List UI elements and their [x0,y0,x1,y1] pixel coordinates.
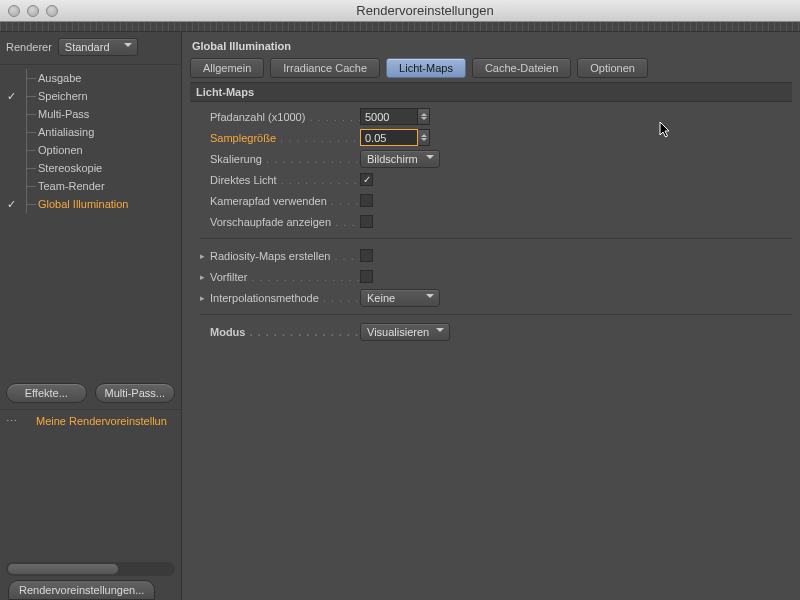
tab-allgemein[interactable]: Allgemein [190,58,264,78]
subsection-header: Licht-Maps [190,82,792,102]
tab-optionen[interactable]: Optionen [577,58,648,78]
param-label-skalierung: Skalierung [210,153,360,165]
close-window-button[interactable] [8,5,20,17]
interpolation-dropdown[interactable]: Keine [360,289,440,307]
interpolation-value: Keine [367,292,395,304]
param-label-samplegroesse: Samplegröße [210,132,360,144]
kamerapfad-checkbox[interactable] [360,194,373,207]
tab-bar: Allgemein Irradiance Cache Licht-Maps Ca… [190,58,792,78]
toolbar-ruler [0,22,800,32]
scrollbar-thumb[interactable] [8,564,118,574]
tab-irradiance-cache[interactable]: Irradiance Cache [270,58,380,78]
window-titlebar: Rendervoreinstellungen [0,0,800,22]
tree-item-ausgabe[interactable]: Ausgabe [0,69,181,87]
panel-title: Global Illumination [190,38,792,58]
pfadanzahl-input[interactable] [360,108,418,125]
param-label-vorschaupfade: Vorschaupfade anzeigen [210,216,360,228]
tab-licht-maps[interactable]: Licht-Maps [386,58,466,78]
sidebar: Renderer Standard Ausgabe ✓Speichern Mul… [0,32,182,600]
spinner-icon[interactable] [418,108,430,125]
tree-item-antialiasing[interactable]: Antialiasing [0,123,181,141]
render-settings-button[interactable]: Rendervoreinstellungen... [8,580,155,600]
modus-dropdown[interactable]: Visualisieren [360,323,450,341]
tree-label: Antialiasing [38,126,94,138]
tree-check[interactable]: ✓ [4,198,18,211]
settings-tree: Ausgabe ✓Speichern Multi-Pass Antialiasi… [0,65,181,217]
skalierung-dropdown[interactable]: Bildschirm [360,150,440,168]
disclosure-icon[interactable]: ▸ [200,251,210,261]
tree-label: Ausgabe [38,72,81,84]
tree-check[interactable]: ✓ [4,90,18,103]
tree-label: Global Illumination [38,198,129,210]
tree-label: Speichern [38,90,88,102]
window-title: Rendervoreinstellungen [58,3,792,18]
preset-label: Meine Rendervoreinstellun [36,415,167,427]
modus-value: Visualisieren [367,326,429,338]
vorschaupfade-checkbox[interactable] [360,215,373,228]
tree-label: Optionen [38,144,83,156]
param-label-pfadanzahl: Pfadanzahl (x1000) [210,111,360,123]
param-label-radiosity: Radiosity-Maps erstellen [210,250,360,262]
tab-cache-dateien[interactable]: Cache-Dateien [472,58,571,78]
tree-item-optionen[interactable]: Optionen [0,141,181,159]
disclosure-icon[interactable]: ▸ [200,272,210,282]
direktes-licht-checkbox[interactable]: ✓ [360,173,373,186]
tree-label: Multi-Pass [38,108,89,120]
multipass-button[interactable]: Multi-Pass... [95,383,176,403]
vorfilter-checkbox[interactable] [360,270,373,283]
param-label-modus: Modus [210,326,360,338]
spinner-icon[interactable] [418,129,430,146]
tree-item-multipass[interactable]: Multi-Pass [0,105,181,123]
tree-item-global-illumination[interactable]: ✓Global Illumination [0,195,181,213]
tree-item-stereoskopie[interactable]: Stereoskopie [0,159,181,177]
param-label-interpolation: Interpolationsmethode [210,292,360,304]
renderer-label: Renderer [6,41,52,53]
skalierung-value: Bildschirm [367,153,418,165]
main-panel: Global Illumination Allgemein Irradiance… [182,32,800,600]
tree-label: Team-Render [38,180,105,192]
samplegroesse-input[interactable] [360,129,418,146]
renderer-dropdown[interactable]: Standard [58,38,138,56]
preset-row[interactable]: ⋯ Meine Rendervoreinstellun [0,409,181,432]
disclosure-icon[interactable]: ▸ [200,293,210,303]
param-label-kamerapfad: Kamerapfad verwenden [210,195,360,207]
param-label-vorfilter: Vorfilter [210,271,360,283]
tree-label: Stereoskopie [38,162,102,174]
radiosity-checkbox[interactable] [360,249,373,262]
param-label-direktes-licht: Direktes Licht [210,174,360,186]
zoom-window-button[interactable] [46,5,58,17]
minimize-window-button[interactable] [27,5,39,17]
renderer-value: Standard [65,41,110,53]
tree-item-speichern[interactable]: ✓Speichern [0,87,181,105]
tree-item-team-render[interactable]: Team-Render [0,177,181,195]
horizontal-scrollbar[interactable] [6,562,175,576]
effects-button[interactable]: Effekte... [6,383,87,403]
expand-icon[interactable]: ⋯ [6,415,16,428]
